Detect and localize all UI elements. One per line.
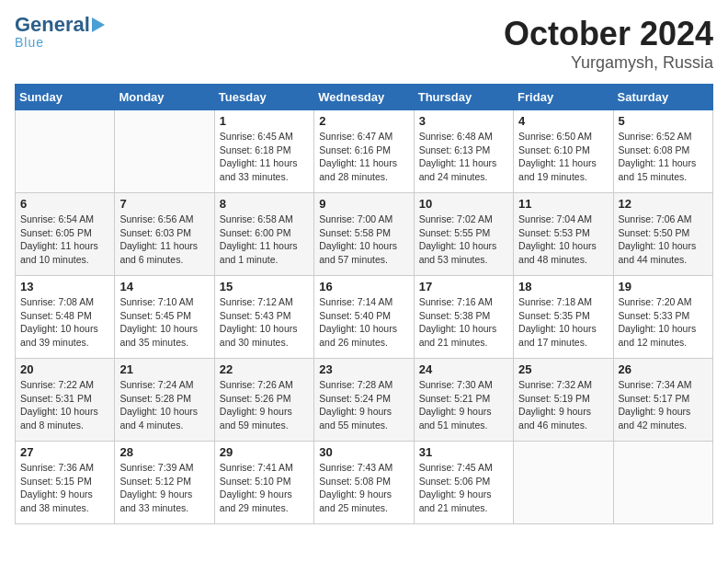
day-number: 30 [319,445,408,459]
day-detail: Sunrise: 7:00 AM Sunset: 5:58 PM Dayligh… [319,213,408,267]
day-detail: Sunrise: 6:52 AM Sunset: 6:08 PM Dayligh… [619,130,708,184]
day-number: 22 [220,362,309,376]
day-number: 31 [419,445,508,459]
day-detail: Sunrise: 7:04 AM Sunset: 5:53 PM Dayligh… [518,213,608,267]
day-number: 28 [119,445,209,459]
table-row: 18Sunrise: 7:18 AM Sunset: 5:35 PM Dayli… [514,276,613,359]
day-number: 29 [220,445,309,459]
calendar-week-row: 27Sunrise: 7:36 AM Sunset: 5:15 PM Dayli… [16,442,713,524]
table-row: 9Sunrise: 7:00 AM Sunset: 5:58 PM Daylig… [314,193,414,276]
table-row: 22Sunrise: 7:26 AM Sunset: 5:26 PM Dayli… [214,359,313,442]
logo: General Blue [15,15,105,50]
table-row: 17Sunrise: 7:16 AM Sunset: 5:38 PM Dayli… [414,276,513,359]
table-row: 6Sunrise: 6:54 AM Sunset: 6:05 PM Daylig… [16,193,115,276]
table-row: 27Sunrise: 7:36 AM Sunset: 5:15 PM Dayli… [16,442,115,524]
day-number: 23 [319,362,408,376]
day-number: 21 [119,362,209,376]
table-row: 11Sunrise: 7:04 AM Sunset: 5:53 PM Dayli… [514,193,613,276]
day-number: 1 [220,114,309,128]
day-detail: Sunrise: 7:30 AM Sunset: 5:21 PM Dayligh… [419,378,508,432]
day-detail: Sunrise: 7:45 AM Sunset: 5:06 PM Dayligh… [419,461,508,515]
day-number: 8 [220,197,309,211]
header-saturday: Saturday [613,85,712,110]
day-detail: Sunrise: 7:14 AM Sunset: 5:40 PM Dayligh… [319,295,408,350]
table-row: 15Sunrise: 7:12 AM Sunset: 5:43 PM Dayli… [214,276,313,359]
day-number: 14 [119,280,209,293]
table-row: 29Sunrise: 7:41 AM Sunset: 5:10 PM Dayli… [214,442,313,524]
table-row: 1Sunrise: 6:45 AM Sunset: 6:18 PM Daylig… [214,110,313,193]
day-number: 19 [619,280,708,293]
day-detail: Sunrise: 6:58 AM Sunset: 6:00 PM Dayligh… [220,213,309,267]
day-detail: Sunrise: 6:47 AM Sunset: 6:16 PM Dayligh… [319,130,408,184]
logo-text-general: General [15,15,90,35]
calendar-location: Yurgamysh, Russia [504,53,713,73]
header-tuesday: Tuesday [214,85,313,110]
day-detail: Sunrise: 7:02 AM Sunset: 5:55 PM Dayligh… [419,213,508,267]
day-detail: Sunrise: 7:41 AM Sunset: 5:10 PM Dayligh… [220,461,309,515]
day-number: 3 [419,114,508,128]
day-detail: Sunrise: 7:39 AM Sunset: 5:12 PM Dayligh… [119,461,209,515]
table-row [613,442,712,524]
day-number: 9 [319,197,408,211]
day-detail: Sunrise: 6:54 AM Sunset: 6:05 PM Dayligh… [20,213,109,267]
day-number: 18 [518,280,608,293]
table-row: 8Sunrise: 6:58 AM Sunset: 6:00 PM Daylig… [214,193,313,276]
page-header: General Blue October 2024 Yurgamysh, Rus… [15,15,713,73]
day-number: 25 [518,362,608,376]
day-detail: Sunrise: 7:24 AM Sunset: 5:28 PM Dayligh… [119,378,209,432]
day-number: 26 [619,362,708,376]
day-number: 27 [20,445,109,459]
logo-arrow-icon [92,17,105,32]
table-row [16,110,115,193]
day-number: 15 [220,280,309,293]
table-row: 23Sunrise: 7:28 AM Sunset: 5:24 PM Dayli… [314,359,414,442]
day-detail: Sunrise: 6:56 AM Sunset: 6:03 PM Dayligh… [119,213,209,267]
table-row: 3Sunrise: 6:48 AM Sunset: 6:13 PM Daylig… [414,110,513,193]
day-detail: Sunrise: 7:28 AM Sunset: 5:24 PM Dayligh… [319,378,408,432]
table-row: 10Sunrise: 7:02 AM Sunset: 5:55 PM Dayli… [414,193,513,276]
logo-text-blue: Blue [15,35,44,50]
day-number: 2 [319,114,408,128]
header-monday: Monday [115,85,214,110]
day-detail: Sunrise: 7:12 AM Sunset: 5:43 PM Dayligh… [220,295,309,350]
day-detail: Sunrise: 7:08 AM Sunset: 5:48 PM Dayligh… [20,295,109,350]
day-detail: Sunrise: 7:18 AM Sunset: 5:35 PM Dayligh… [518,295,608,350]
calendar-week-row: 20Sunrise: 7:22 AM Sunset: 5:31 PM Dayli… [16,359,713,442]
day-number: 5 [619,114,708,128]
day-detail: Sunrise: 7:26 AM Sunset: 5:26 PM Dayligh… [220,378,309,432]
table-row [115,110,214,193]
day-number: 17 [419,280,508,293]
calendar-header-row: Sunday Monday Tuesday Wednesday Thursday… [16,85,713,110]
table-row: 21Sunrise: 7:24 AM Sunset: 5:28 PM Dayli… [115,359,214,442]
table-row: 24Sunrise: 7:30 AM Sunset: 5:21 PM Dayli… [414,359,513,442]
calendar-week-row: 6Sunrise: 6:54 AM Sunset: 6:05 PM Daylig… [16,193,713,276]
day-number: 7 [119,197,209,211]
calendar-month-title: October 2024 [504,15,713,53]
day-number: 11 [518,197,608,211]
header-wednesday: Wednesday [314,85,414,110]
table-row: 19Sunrise: 7:20 AM Sunset: 5:33 PM Dayli… [613,276,712,359]
day-number: 6 [20,197,109,211]
day-number: 12 [619,197,708,211]
table-row: 30Sunrise: 7:43 AM Sunset: 5:08 PM Dayli… [314,442,414,524]
calendar-week-row: 1Sunrise: 6:45 AM Sunset: 6:18 PM Daylig… [16,110,713,193]
day-number: 16 [319,280,408,293]
day-detail: Sunrise: 7:43 AM Sunset: 5:08 PM Dayligh… [319,461,408,515]
day-detail: Sunrise: 7:22 AM Sunset: 5:31 PM Dayligh… [20,378,109,432]
day-detail: Sunrise: 7:06 AM Sunset: 5:50 PM Dayligh… [619,213,708,267]
day-detail: Sunrise: 6:48 AM Sunset: 6:13 PM Dayligh… [419,130,508,184]
day-detail: Sunrise: 7:20 AM Sunset: 5:33 PM Dayligh… [619,295,708,350]
table-row: 4Sunrise: 6:50 AM Sunset: 6:10 PM Daylig… [514,110,613,193]
header-thursday: Thursday [414,85,513,110]
table-row: 14Sunrise: 7:10 AM Sunset: 5:45 PM Dayli… [115,276,214,359]
table-row: 20Sunrise: 7:22 AM Sunset: 5:31 PM Dayli… [16,359,115,442]
table-row: 16Sunrise: 7:14 AM Sunset: 5:40 PM Dayli… [314,276,414,359]
table-row: 26Sunrise: 7:34 AM Sunset: 5:17 PM Dayli… [613,359,712,442]
day-number: 24 [419,362,508,376]
table-row: 12Sunrise: 7:06 AM Sunset: 5:50 PM Dayli… [613,193,712,276]
day-detail: Sunrise: 7:32 AM Sunset: 5:19 PM Dayligh… [518,378,608,432]
day-number: 20 [20,362,109,376]
table-row: 31Sunrise: 7:45 AM Sunset: 5:06 PM Dayli… [414,442,513,524]
day-detail: Sunrise: 7:16 AM Sunset: 5:38 PM Dayligh… [419,295,508,350]
day-detail: Sunrise: 7:34 AM Sunset: 5:17 PM Dayligh… [619,378,708,432]
